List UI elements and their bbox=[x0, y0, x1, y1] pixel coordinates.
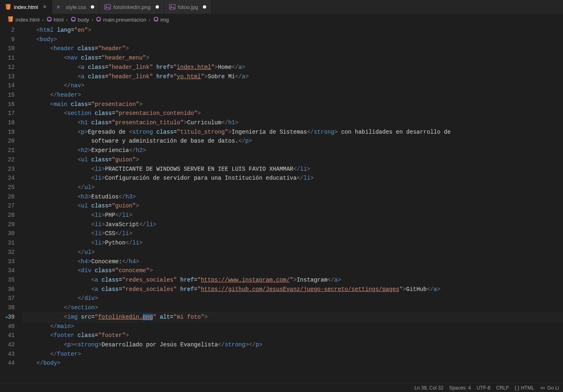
html-icon bbox=[5, 4, 11, 10]
code-line[interactable]: <ul class="guion"> bbox=[23, 155, 563, 165]
status-eol[interactable]: CRLF bbox=[496, 385, 509, 391]
code-line[interactable]: <li>PHP</li> bbox=[23, 211, 563, 220]
tab-label: style.css bbox=[66, 4, 86, 10]
code-line[interactable]: <h2>Experiencia</h2> bbox=[23, 146, 563, 155]
code-line[interactable]: <html lang="en"> bbox=[23, 26, 563, 35]
code-line[interactable]: <a class="header_link" href="index.html"… bbox=[23, 63, 563, 72]
tab-index-html[interactable]: index.html× bbox=[0, 0, 52, 14]
chevron-right-icon: › bbox=[65, 17, 68, 23]
code-area[interactable]: <html lang="en"> <body> <header class="h… bbox=[23, 25, 563, 383]
status-language[interactable]: { } HTML bbox=[515, 385, 534, 391]
code-line[interactable]: <a class="redes_sociales" href="https://… bbox=[23, 285, 563, 294]
code-line[interactable]: </footer> bbox=[23, 350, 563, 359]
line-number: 15 bbox=[0, 90, 15, 100]
code-line[interactable]: <li>Configuración de servidor para una I… bbox=[23, 174, 563, 183]
code-line[interactable]: </main> bbox=[23, 322, 563, 331]
breadcrumb-item[interactable]: body bbox=[70, 16, 89, 23]
svg-point-2 bbox=[106, 6, 107, 7]
line-number: 29 bbox=[0, 220, 15, 229]
braces-icon: { } bbox=[515, 385, 519, 391]
code-line[interactable]: </header> bbox=[23, 90, 563, 100]
line-number: 12 bbox=[0, 63, 15, 72]
code-line[interactable]: <section class="presentacion_contenido"> bbox=[23, 109, 563, 118]
code-line[interactable]: <img src="fotolinkedin.png" alt="mi foto… bbox=[23, 313, 563, 322]
html-icon bbox=[7, 16, 14, 24]
code-line[interactable]: <h1 class="presentacion_titulo">Curricul… bbox=[23, 118, 563, 128]
status-indent[interactable]: Spaces: 4 bbox=[449, 385, 471, 391]
code-line[interactable]: software y administración de base de dat… bbox=[23, 137, 563, 146]
svg-rect-3 bbox=[169, 4, 175, 9]
code-line[interactable]: <li>PRACTICANTE DE WINDOWS SERVER EN IEE… bbox=[23, 165, 563, 174]
dirty-indicator bbox=[91, 5, 94, 9]
line-number: 27 bbox=[0, 201, 15, 211]
line-number: 17 bbox=[0, 109, 15, 118]
code-line[interactable]: </div> bbox=[23, 294, 563, 303]
line-number: 24 bbox=[0, 174, 15, 183]
status-cursor[interactable]: Ln 39, Col 32 bbox=[414, 385, 443, 391]
code-line[interactable]: <body> bbox=[23, 35, 563, 44]
cube-icon bbox=[70, 16, 76, 23]
code-line[interactable]: <div class="conoceme"> bbox=[23, 266, 563, 275]
svg-rect-1 bbox=[105, 4, 110, 9]
code-line[interactable]: </ul> bbox=[23, 183, 563, 192]
line-number: 18 bbox=[0, 118, 15, 128]
code-line[interactable]: </section> bbox=[23, 303, 563, 313]
code-line[interactable]: <main class="presentacion"> bbox=[23, 100, 563, 109]
code-line[interactable]: <p><strong>Desarrollado por Jesús Evange… bbox=[23, 340, 563, 350]
image-icon bbox=[104, 4, 111, 10]
chevron-right-icon: › bbox=[41, 17, 44, 23]
line-number: 30 bbox=[0, 229, 15, 238]
breadcrumb-label: main.presentacion bbox=[103, 17, 146, 23]
tab-fotolinkedin-png[interactable]: fotolinkedin.png bbox=[99, 0, 164, 14]
code-line[interactable]: <a class="header_link" href="yo.html">So… bbox=[23, 72, 563, 81]
code-line[interactable]: </ul> bbox=[23, 248, 563, 257]
breadcrumb[interactable]: index.html›html›body›main.presentacion›i… bbox=[0, 14, 563, 25]
breadcrumb-label: img bbox=[161, 17, 169, 23]
breadcrumb-label: body bbox=[78, 17, 89, 23]
line-number: 23 bbox=[0, 165, 15, 174]
code-line[interactable]: <a class="redes_sociales" href="https://… bbox=[23, 275, 563, 285]
line-number: 10 bbox=[0, 44, 15, 53]
code-line[interactable]: <li>Python</li> bbox=[23, 238, 563, 248]
line-number: 26 bbox=[0, 192, 15, 202]
cube-icon bbox=[153, 16, 159, 23]
line-number-gutter: 2910111213141516171819202122232425262728… bbox=[0, 25, 23, 383]
broadcast-icon bbox=[540, 385, 545, 391]
line-number: 44 bbox=[0, 359, 15, 368]
breadcrumb-label: html bbox=[54, 17, 64, 23]
code-editor[interactable]: 2910111213141516171819202122232425262728… bbox=[0, 25, 563, 383]
line-number: 14 bbox=[0, 81, 15, 90]
breadcrumb-item[interactable]: main.presentacion bbox=[96, 16, 146, 23]
status-golive[interactable]: Go Li bbox=[540, 385, 559, 391]
line-number: 28 bbox=[0, 211, 15, 220]
chevron-right-icon: › bbox=[148, 17, 151, 23]
dirty-indicator bbox=[156, 5, 159, 9]
svg-point-4 bbox=[170, 6, 172, 7]
breadcrumb-item[interactable]: html bbox=[46, 16, 64, 23]
code-line[interactable]: <header class="header"> bbox=[23, 44, 563, 53]
svg-text:#: # bbox=[57, 4, 59, 9]
code-line[interactable]: </nav> bbox=[23, 81, 563, 90]
code-line[interactable]: <ul class="guion"> bbox=[23, 201, 563, 211]
code-line[interactable]: <h3>Estudios</h3> bbox=[23, 192, 563, 202]
code-line[interactable]: </body> bbox=[23, 359, 563, 368]
breadcrumb-item[interactable]: index.html bbox=[7, 16, 40, 24]
code-line[interactable]: <h4>Conoceme:</h4> bbox=[23, 257, 563, 266]
tab-fotoo-jpg[interactable]: fotoo.jpg bbox=[164, 0, 212, 14]
line-number: 9 bbox=[0, 35, 15, 44]
breadcrumb-item[interactable]: img bbox=[153, 16, 169, 23]
line-number: 31 bbox=[0, 238, 15, 248]
code-line[interactable]: <p>Egresado de <strong class="titulo_str… bbox=[23, 128, 563, 137]
code-line[interactable]: <li>CSS</li> bbox=[23, 229, 563, 238]
code-line[interactable]: <footer class="footer"> bbox=[23, 331, 563, 340]
line-number: 2 bbox=[0, 26, 15, 35]
code-line[interactable]: <nav class="header_menu"> bbox=[23, 53, 563, 63]
code-line[interactable]: <li>JavaScript</li> bbox=[23, 220, 563, 229]
dirty-indicator bbox=[203, 5, 206, 9]
tab-style-css[interactable]: #style.css bbox=[52, 0, 100, 14]
status-encoding[interactable]: UTF-8 bbox=[477, 385, 490, 391]
line-number: 43 bbox=[0, 350, 15, 359]
status-bar: Ln 39, Col 32 Spaces: 4 UTF-8 CRLF { } H… bbox=[0, 383, 563, 392]
close-icon[interactable]: × bbox=[43, 3, 46, 11]
image-icon bbox=[169, 4, 176, 10]
